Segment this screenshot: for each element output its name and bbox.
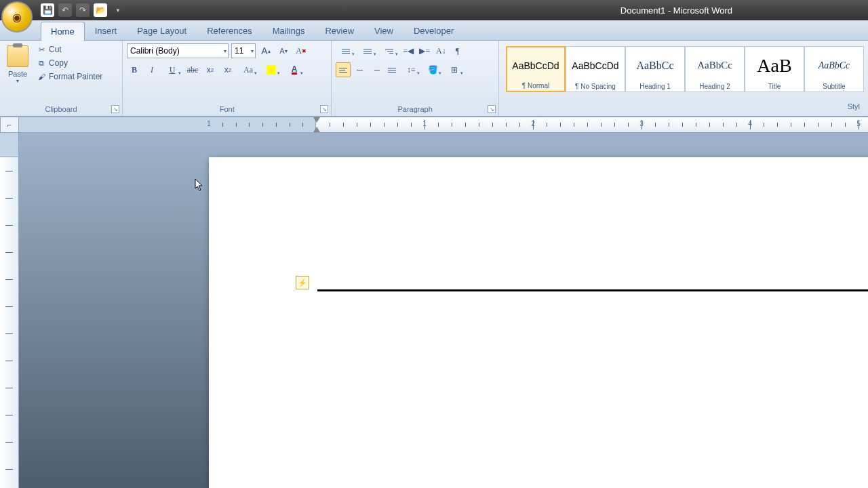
paste-button[interactable]: Paste ▾: [4, 43, 31, 86]
ruler-margin-top: [0, 133, 18, 157]
tab-references[interactable]: References: [197, 21, 262, 40]
scissors-icon: ✂: [37, 45, 46, 54]
page[interactable]: ⚡: [209, 157, 868, 488]
document-area: ⚡: [0, 133, 868, 488]
style-subtitle[interactable]: AaBbCcSubtitle: [804, 46, 864, 92]
format-painter-button[interactable]: 🖌Format Painter: [34, 70, 105, 83]
shrink-font-button[interactable]: A▾: [276, 43, 291, 58]
paint-bucket-icon: 🪣: [428, 65, 438, 75]
line-spacing-button[interactable]: ↕≡: [401, 62, 421, 77]
border-icon: ⊞: [451, 65, 458, 75]
shading-button[interactable]: 🪣: [422, 62, 443, 77]
tab-review[interactable]: Review: [315, 21, 364, 40]
chevron-down-icon: ▾: [251, 48, 254, 54]
multilevel-list-button[interactable]: [379, 43, 399, 58]
font-size-combo[interactable]: 11▾: [231, 43, 256, 58]
style-preview: AaBbCc: [818, 48, 850, 83]
horizontal-line-shape[interactable]: [317, 289, 868, 291]
first-line-indent-marker[interactable]: [313, 117, 320, 123]
ruler-margin-left: [19, 117, 316, 132]
font-color-button[interactable]: A: [284, 62, 304, 77]
align-left-button[interactable]: [336, 62, 351, 77]
paste-dropdown-icon[interactable]: ▾: [16, 78, 19, 84]
bullets-button[interactable]: [336, 43, 356, 58]
increase-indent-button[interactable]: ▶≡: [417, 43, 432, 58]
styles-gallery: AaBbCcDd¶ NormalAaBbCcDd¶ No SpacingAaBb…: [506, 46, 864, 92]
qat-dropdown-icon[interactable]: ▼: [114, 3, 122, 17]
undo-icon[interactable]: ↶: [58, 3, 72, 17]
cut-button[interactable]: ✂Cut: [34, 43, 105, 56]
justify-button[interactable]: [384, 62, 399, 77]
tab-developer[interactable]: Developer: [403, 21, 464, 40]
bold-button[interactable]: B: [127, 62, 142, 77]
align-right-button[interactable]: [368, 62, 383, 77]
sort-button[interactable]: A↓: [433, 43, 448, 58]
tab-insert[interactable]: Insert: [85, 21, 127, 40]
highlight-button[interactable]: [261, 62, 281, 77]
bullets-icon: [342, 49, 350, 54]
group-font: Calibri (Body)▾ 11▾ A▴ A▾ A✖ B I U abc x…: [123, 41, 332, 116]
show-hide-button[interactable]: ¶: [450, 43, 465, 58]
change-case-button[interactable]: Aa: [238, 62, 258, 77]
font-launcher-icon[interactable]: ↘: [320, 105, 328, 113]
title-bar: ◉ 💾 ↶ ↷ 📂 ▼ Document1 - Microsoft Word: [0, 0, 868, 20]
office-button[interactable]: ◉: [1, 1, 33, 33]
underline-button[interactable]: U: [162, 62, 182, 77]
numbering-icon: [363, 49, 372, 54]
style-name-label: Subtitle: [823, 83, 845, 90]
style-name-label: ¶ No Spacing: [575, 83, 616, 90]
quick-access-toolbar: 💾 ↶ ↷ 📂 ▼: [41, 3, 122, 17]
save-icon[interactable]: 💾: [41, 3, 54, 17]
style-preview: AaBbCc: [697, 48, 732, 83]
paragraph-launcher-icon[interactable]: ↘: [488, 105, 496, 113]
hanging-indent-marker[interactable]: [313, 127, 320, 132]
ribbon-tabs: Home Insert Page Layout References Maili…: [0, 20, 868, 41]
grow-font-button[interactable]: A▴: [258, 43, 273, 58]
style-preview: AaBbCcDd: [512, 49, 559, 82]
numbering-button[interactable]: [357, 43, 378, 58]
style-normal[interactable]: AaBbCcDd¶ Normal: [506, 46, 566, 92]
tab-page-layout[interactable]: Page Layout: [127, 21, 197, 40]
group-label-clipboard: Clipboard: [0, 104, 122, 116]
clear-formatting-button[interactable]: A✖: [294, 43, 309, 58]
group-paragraph: ≡◀ ▶≡ A↓ ¶ ↕≡ 🪣 ⊞ Paragraph ↘: [332, 41, 499, 116]
align-center-icon: [355, 68, 363, 73]
tab-selector[interactable]: ⌐: [0, 117, 19, 133]
ribbon: Paste ▾ ✂Cut ⧉Copy 🖌Format Painter Clipb…: [0, 41, 868, 117]
style-name-label: Heading 2: [699, 83, 730, 90]
paste-icon: [7, 45, 28, 67]
open-icon[interactable]: 📂: [94, 3, 107, 17]
tab-view[interactable]: View: [364, 21, 403, 40]
group-clipboard: Paste ▾ ✂Cut ⧉Copy 🖌Format Painter Clipb…: [0, 41, 123, 116]
style-preview: AaB: [757, 48, 791, 83]
tab-home[interactable]: Home: [41, 22, 85, 41]
chevron-down-icon: ▾: [224, 48, 226, 54]
brush-icon: 🖌: [37, 72, 46, 81]
horizontal-ruler[interactable]: 112345: [19, 117, 868, 133]
clipboard-launcher-icon[interactable]: ↘: [111, 105, 119, 113]
vertical-ruler[interactable]: [0, 133, 19, 488]
copy-button[interactable]: ⧉Copy: [34, 57, 105, 69]
decrease-indent-button[interactable]: ≡◀: [401, 43, 416, 58]
tab-mailings[interactable]: Mailings: [262, 21, 315, 40]
style-nospacing[interactable]: AaBbCcDd¶ No Spacing: [566, 46, 625, 92]
style-title[interactable]: AaBTitle: [745, 46, 804, 92]
borders-button[interactable]: ⊞: [444, 62, 465, 77]
italic-button[interactable]: I: [144, 62, 159, 77]
style-h1[interactable]: AaBbCcHeading 1: [625, 46, 685, 92]
style-h2[interactable]: AaBbCcHeading 2: [685, 46, 745, 92]
autocorrect-options-icon[interactable]: ⚡: [296, 276, 309, 289]
highlight-icon: [267, 65, 276, 75]
align-center-button[interactable]: [352, 62, 367, 77]
font-name-combo[interactable]: Calibri (Body)▾: [127, 43, 229, 58]
style-preview: AaBbCc: [636, 48, 673, 83]
font-color-icon: A: [292, 66, 298, 75]
style-name-label: Heading 1: [639, 83, 671, 90]
strikethrough-button[interactable]: abc: [185, 62, 200, 77]
subscript-button[interactable]: x2: [203, 62, 218, 77]
superscript-button[interactable]: x2: [220, 62, 235, 77]
document-background: ⚡: [19, 133, 868, 488]
paste-label: Paste: [8, 70, 27, 78]
redo-icon[interactable]: ↷: [76, 3, 90, 17]
copy-icon: ⧉: [37, 58, 46, 68]
